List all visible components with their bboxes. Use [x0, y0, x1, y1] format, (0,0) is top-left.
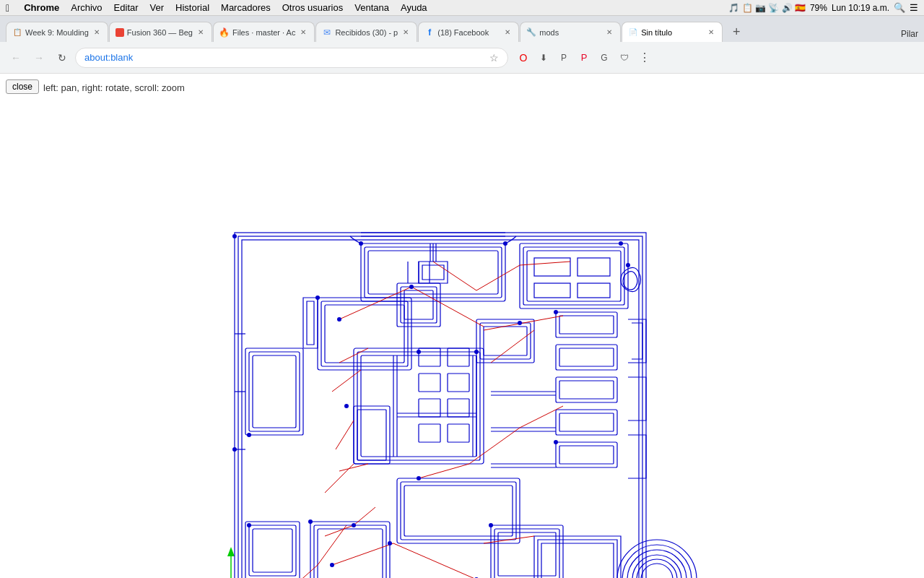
tab-right-area: Pilar [901, 29, 918, 39]
svg-point-120 [417, 476, 421, 480]
tab-week9[interactable]: 📋 Week 9: Moulding ✕ [6, 22, 108, 42]
tab-title-mods: mods [539, 28, 601, 37]
svg-rect-42 [559, 381, 614, 399]
tab-close-mods[interactable]: ✕ [604, 27, 614, 38]
svg-point-107 [359, 241, 363, 246]
svg-line-99 [491, 330, 534, 363]
pinterest-icon[interactable]: P [575, 48, 593, 67]
back-button[interactable]: ← [6, 48, 26, 68]
svg-rect-24 [325, 305, 404, 363]
svg-rect-48 [401, 482, 516, 540]
svg-rect-51 [314, 525, 386, 578]
svg-point-119 [315, 296, 320, 300]
refresh-button[interactable]: ↻ [52, 48, 72, 68]
tab-favicon-week9: 📋 [12, 27, 22, 38]
menubar-chrome[interactable]: Chrome [18, 2, 65, 13]
menubar-right-area: 🎵 📋 📷 📡 🔊 🇪🇸 79% Lun 10:19 a.m. 🔍 ☰ [728, 2, 918, 13]
tab-recibidos[interactable]: ✉ Recibidos (30) - p ✕ [315, 22, 417, 42]
svg-point-126 [308, 519, 313, 524]
svg-rect-74 [448, 424, 469, 442]
tab-close-sintitulo[interactable]: ✕ [706, 27, 716, 38]
tab-group: 📋 Week 9: Moulding ✕ Fusion 360 — Beg ✕ … [6, 16, 746, 42]
svg-point-132 [247, 523, 251, 527]
svg-line-103 [433, 262, 476, 290]
svg-rect-38 [559, 316, 614, 334]
menubar-ventana[interactable]: Ventana [349, 2, 395, 13]
tab-title-recibidos: Recibidos (30) - p [335, 28, 398, 37]
menubar-ver[interactable]: Ver [144, 2, 170, 13]
new-tab-button[interactable]: + [726, 22, 746, 42]
extension-icon-2[interactable]: P [554, 48, 573, 67]
svg-point-78 [632, 555, 681, 578]
menubar-historial[interactable]: Historial [170, 2, 215, 13]
svg-point-122 [554, 310, 558, 314]
tab-close-files[interactable]: ✕ [298, 27, 308, 38]
tab-title-sintitulo: Sin título [641, 28, 703, 37]
toolpath-canvas[interactable] [0, 74, 924, 578]
svg-rect-36 [484, 327, 527, 355]
close-button[interactable]: close [6, 79, 39, 94]
svg-rect-44 [559, 413, 614, 431]
svg-point-117 [417, 350, 421, 354]
extension-icon-1[interactable]: ⬇ [534, 48, 553, 67]
apple-menu[interactable]:  [6, 2, 9, 14]
search-icon[interactable]: 🔍 [894, 2, 905, 13]
menubar-otros-usuarios[interactable]: Otros usuarios [276, 2, 349, 13]
tab-close-week9[interactable]: ✕ [92, 27, 102, 38]
axes [209, 547, 285, 578]
svg-line-88 [336, 420, 354, 449]
svg-point-109 [619, 241, 623, 246]
clock: Lun 10:19 a.m. [832, 3, 889, 13]
tab-close-facebook[interactable]: ✕ [502, 27, 513, 38]
chrome-menu-button[interactable]: ⋮ [635, 48, 654, 67]
tab-favicon-recibidos: ✉ [322, 27, 332, 38]
tab-facebook[interactable]: f (18) Facebook ✕ [418, 22, 519, 42]
svg-line-106 [325, 464, 354, 493]
bookmark-star-icon[interactable]: ☆ [489, 52, 499, 64]
tab-fusion360[interactable]: Fusion 360 — Beg ✕ [109, 22, 212, 42]
chrome-icon[interactable]: G [595, 48, 614, 67]
tab-files[interactable]: 🔥 Files · master · Ac ✕ [213, 22, 315, 42]
tab-favicon-facebook: f [424, 27, 435, 38]
extension-icon-3[interactable]: 🛡 [615, 48, 634, 67]
svg-rect-54 [249, 525, 296, 576]
tab-sintitulo[interactable]: 📄 Sin título ✕ [622, 22, 723, 42]
svg-rect-34 [476, 319, 534, 363]
svg-point-127 [388, 541, 392, 545]
svg-rect-72 [448, 399, 469, 417]
menubar-archivo[interactable]: Archivo [65, 2, 108, 13]
svg-line-85 [411, 287, 484, 327]
svg-point-125 [352, 523, 356, 527]
svg-point-121 [518, 321, 522, 325]
svg-rect-47 [397, 478, 520, 543]
svg-rect-58 [498, 532, 556, 576]
svg-rect-19 [245, 348, 303, 435]
tab-close-recibidos[interactable]: ✕ [401, 27, 411, 38]
svg-rect-52 [318, 529, 383, 578]
menubar-marcadores[interactable]: Marcadores [215, 2, 276, 13]
svg-point-133 [330, 563, 334, 567]
interaction-hint: left: pan, right: rotate, scroll: zoom [43, 82, 185, 93]
svg-point-115 [337, 317, 341, 322]
svg-point-131 [247, 433, 251, 437]
tab-close-fusion360[interactable]: ✕ [196, 27, 206, 38]
svg-rect-68 [448, 348, 469, 366]
svg-line-104 [318, 525, 346, 565]
svg-rect-71 [419, 399, 440, 417]
forward-button[interactable]: → [29, 48, 49, 68]
menubar-editar[interactable]: Editar [108, 2, 144, 13]
menu-icon[interactable]: ☰ [910, 2, 918, 13]
svg-rect-46 [559, 446, 614, 464]
svg-rect-20 [249, 352, 300, 431]
address-box[interactable]: about:blank ☆ [75, 48, 508, 68]
svg-point-108 [503, 241, 507, 246]
toolbar-extensions: O ⬇ P P G 🛡 ⋮ [514, 48, 654, 67]
svg-rect-23 [321, 301, 408, 366]
opera-icon[interactable]: O [514, 48, 533, 67]
svg-point-110 [626, 263, 630, 267]
menubar-ayuda[interactable]: Ayuda [395, 2, 433, 13]
tab-mods[interactable]: 🔧 mods ✕ [520, 22, 621, 42]
svg-rect-27 [404, 290, 433, 319]
battery-status: 79% [810, 3, 827, 13]
svg-line-96 [419, 464, 469, 478]
